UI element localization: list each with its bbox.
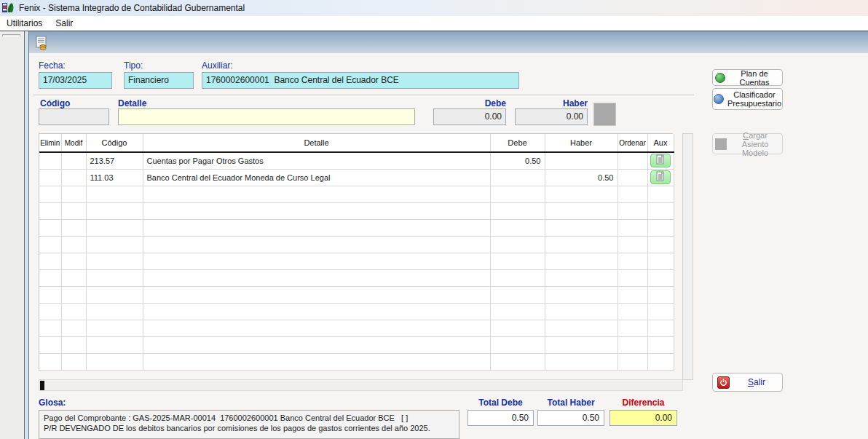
glosa-textarea[interactable]: Pago del Comprobante : GAS-2025-MAR-0001… bbox=[39, 410, 459, 439]
aux-document-icon bbox=[656, 154, 665, 167]
salir-button[interactable]: Salir bbox=[712, 373, 783, 392]
col-ordenar: Ordenar bbox=[618, 134, 647, 152]
table-row-empty[interactable] bbox=[39, 320, 674, 336]
cell-ordenar bbox=[618, 286, 647, 303]
cell-modif[interactable] bbox=[61, 152, 86, 169]
tipo-field[interactable]: Financiero bbox=[124, 72, 194, 89]
grid-header-row: Elimin Modif Código Detalle Debe Haber O… bbox=[39, 134, 674, 152]
cell-debe[interactable] bbox=[490, 169, 545, 186]
cell-detalle bbox=[143, 186, 490, 202]
cell-codigo bbox=[86, 219, 143, 236]
cell-detalle[interactable]: Cuentas por Pagar Otros Gastos bbox=[143, 152, 490, 169]
codigo-label: Código bbox=[40, 98, 70, 108]
cell-detalle bbox=[143, 320, 490, 336]
cell-aux bbox=[647, 186, 674, 202]
fecha-field[interactable]: 17/03/2025 bbox=[39, 72, 112, 89]
cell-aux bbox=[647, 353, 674, 370]
table-row-empty[interactable] bbox=[39, 286, 674, 303]
fecha-label: Fecha: bbox=[39, 60, 66, 71]
cell-codigo[interactable]: 213.57 bbox=[86, 152, 143, 169]
debe-input[interactable]: 0.00 bbox=[433, 108, 506, 125]
salir-label: Salir bbox=[748, 378, 765, 387]
cell-debe bbox=[490, 202, 545, 219]
glosa-label: Glosa: bbox=[39, 398, 66, 408]
cell-aux[interactable] bbox=[647, 152, 674, 169]
cell-codigo bbox=[86, 336, 143, 353]
cell-elimin[interactable] bbox=[39, 152, 61, 169]
detalle-label: Detalle bbox=[118, 98, 146, 108]
cell-aux[interactable] bbox=[647, 169, 674, 186]
plan-de-cuentas-label: Plan de Cuentas bbox=[729, 69, 780, 87]
cell-codigo bbox=[86, 320, 143, 336]
grid-vertical-scrollbar[interactable] bbox=[682, 133, 693, 380]
cell-debe[interactable]: 0.50 bbox=[490, 152, 545, 169]
auxiliar-label: Auxiliar: bbox=[202, 60, 233, 71]
cell-codigo bbox=[86, 186, 143, 202]
entries-grid: Elimin Modif Código Detalle Debe Haber O… bbox=[39, 133, 673, 371]
auxiliar-field[interactable]: 1760002600001 Banco Central del Ecuador … bbox=[202, 72, 519, 89]
table-row-empty[interactable] bbox=[39, 219, 674, 236]
table-row[interactable]: 213.57Cuentas por Pagar Otros Gastos0.50 bbox=[39, 152, 674, 169]
cell-aux bbox=[647, 320, 674, 336]
cell-detalle bbox=[143, 286, 490, 303]
cell-ordenar[interactable] bbox=[618, 152, 647, 169]
cell-debe bbox=[490, 219, 545, 236]
table-row-empty[interactable] bbox=[39, 303, 674, 320]
grid-horizontal-scrollbar[interactable] bbox=[39, 379, 683, 391]
cell-elimin bbox=[39, 219, 61, 236]
cell-aux bbox=[647, 236, 674, 253]
clasificador-label: Clasificador Presupuestario bbox=[727, 90, 781, 108]
codigo-input[interactable] bbox=[39, 108, 109, 125]
voucher-document-icon[interactable] bbox=[33, 35, 50, 51]
menu-utilitarios[interactable]: Utilitarios bbox=[0, 16, 49, 31]
panel-splitter[interactable] bbox=[24, 31, 29, 439]
cell-modif[interactable] bbox=[61, 169, 86, 186]
table-row-empty[interactable] bbox=[39, 236, 674, 253]
cell-haber bbox=[545, 320, 618, 336]
cell-debe bbox=[490, 303, 545, 320]
aux-button[interactable] bbox=[650, 154, 671, 167]
plan-de-cuentas-button[interactable]: Plan de Cuentas bbox=[712, 69, 783, 86]
table-row-empty[interactable] bbox=[39, 269, 674, 286]
table-row[interactable]: 111.03Banco Central del Ecuador Moneda d… bbox=[39, 169, 674, 186]
scrollbar-thumb[interactable] bbox=[40, 381, 44, 390]
entry-gray-button[interactable] bbox=[593, 103, 616, 126]
cell-ordenar[interactable] bbox=[618, 169, 647, 186]
cell-modif bbox=[61, 336, 86, 353]
col-debe: Debe bbox=[490, 134, 545, 152]
title-bar: Fenix - Sistema Integrado de Contabilida… bbox=[0, 0, 868, 16]
cell-modif bbox=[61, 253, 86, 269]
detalle-input[interactable] bbox=[118, 108, 415, 125]
haber-input[interactable]: 0.00 bbox=[515, 108, 588, 125]
cell-haber[interactable] bbox=[545, 152, 618, 169]
cell-elimin bbox=[39, 236, 61, 253]
table-row-empty[interactable] bbox=[39, 253, 674, 269]
menu-salir[interactable]: Salir bbox=[49, 16, 79, 31]
table-row-empty[interactable] bbox=[39, 202, 674, 219]
cell-ordenar bbox=[618, 269, 647, 286]
cell-codigo bbox=[86, 253, 143, 269]
cell-haber[interactable]: 0.50 bbox=[545, 169, 618, 186]
cell-detalle bbox=[143, 269, 490, 286]
cell-haber bbox=[545, 253, 618, 269]
clasificador-presupuestario-button[interactable]: Clasificador Presupuestario bbox=[712, 88, 783, 110]
cell-haber bbox=[545, 353, 618, 370]
cell-elimin bbox=[39, 286, 61, 303]
table-row-empty[interactable] bbox=[39, 186, 674, 202]
cell-elimin[interactable] bbox=[39, 169, 61, 186]
table-row-empty[interactable] bbox=[39, 353, 674, 370]
col-detalle: Detalle bbox=[143, 134, 490, 152]
aux-button[interactable] bbox=[650, 170, 671, 184]
cell-detalle[interactable]: Banco Central del Ecuador Moneda de Curs… bbox=[143, 169, 490, 186]
cell-detalle bbox=[143, 202, 490, 219]
cell-debe bbox=[490, 269, 545, 286]
cell-codigo bbox=[86, 269, 143, 286]
table-row-empty[interactable] bbox=[39, 336, 674, 353]
cell-detalle bbox=[143, 253, 490, 269]
cell-ordenar bbox=[618, 320, 647, 336]
cell-codigo bbox=[86, 353, 143, 370]
left-panel bbox=[0, 31, 24, 439]
cell-haber bbox=[545, 202, 618, 219]
entry-table-body: 213.57Cuentas por Pagar Otros Gastos0.50… bbox=[39, 152, 674, 370]
cell-codigo[interactable]: 111.03 bbox=[86, 169, 143, 186]
